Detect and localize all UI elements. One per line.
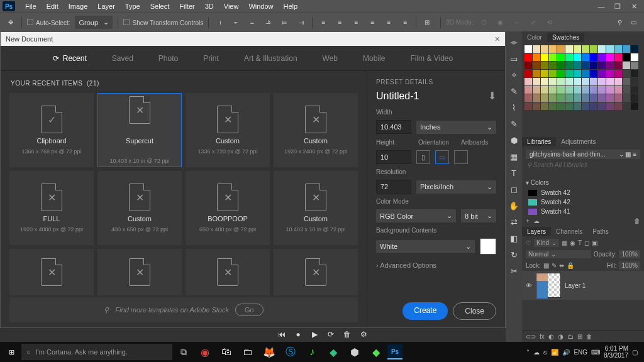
create-button[interactable]: Create: [402, 302, 448, 320]
swatch[interactable]: [541, 78, 548, 85]
cortana-search[interactable]: ○ I'm Cortana. Ask me anything.: [21, 344, 172, 360]
swatch[interactable]: [541, 70, 548, 77]
menu-edit[interactable]: Edit: [42, 3, 64, 10]
swatch[interactable]: [606, 94, 614, 102]
search-icon[interactable]: ⚲: [614, 17, 625, 28]
menu-layer[interactable]: Layer: [92, 3, 120, 10]
swatch[interactable]: [549, 45, 557, 53]
fg-bg-icon[interactable]: ◧: [508, 233, 519, 244]
preset-card[interactable]: ✕Custom1336 x 720 px @ 72 ppi: [186, 93, 270, 167]
library-dropdown[interactable]: glitchysims-basil-and-thin...⌄ ▦ ≡: [526, 150, 640, 159]
swatch[interactable]: [525, 62, 532, 69]
preset-card[interactable]: ✕FULL1920 x 4000 px @ 72 ppi: [9, 171, 94, 245]
swatch[interactable]: [557, 102, 565, 110]
swatch[interactable]: [557, 94, 565, 102]
swatches-panel[interactable]: [522, 43, 644, 136]
link-icon[interactable]: ⊂⊃: [526, 333, 536, 340]
align-icon[interactable]: ⫡: [263, 17, 274, 28]
preset-card[interactable]: ✕Supercut10.403 x 10 in @ 72 ppi: [97, 93, 182, 167]
mask-icon[interactable]: ◐: [548, 333, 554, 340]
tray-keyboard-icon[interactable]: ⌨: [591, 349, 600, 356]
preset-card[interactable]: ✕: [97, 249, 182, 295]
orientation-portrait[interactable]: ▯: [416, 150, 430, 164]
swatch[interactable]: [565, 94, 573, 102]
swatch[interactable]: [565, 45, 573, 53]
swatch[interactable]: [590, 45, 597, 53]
stamp-icon[interactable]: ⬢: [508, 134, 519, 146]
rotate-icon[interactable]: ↻: [508, 249, 519, 260]
auto-select-dropdown[interactable]: Group⌄: [75, 16, 113, 29]
tray-wifi-icon[interactable]: 📶: [551, 349, 558, 356]
menu-3d[interactable]: 3D: [200, 3, 219, 10]
swatch[interactable]: [549, 78, 557, 85]
resolution-input[interactable]: 72: [376, 180, 411, 194]
close-button[interactable]: ✕: [626, 1, 641, 11]
menu-filter[interactable]: Filter: [174, 3, 199, 10]
tab-mobile[interactable]: Mobile: [363, 54, 385, 63]
swatch[interactable]: [541, 62, 548, 69]
swatch[interactable]: [574, 53, 581, 61]
dialog-close-icon[interactable]: ×: [495, 34, 500, 44]
swatch[interactable]: [631, 86, 638, 94]
swatch[interactable]: [533, 62, 540, 69]
swatch[interactable]: [606, 70, 614, 77]
swatch[interactable]: [582, 78, 589, 85]
align-icon[interactable]: ⫟: [230, 17, 242, 28]
swatch[interactable]: [549, 102, 557, 110]
taskbar-app[interactable]: 🦊: [259, 343, 279, 361]
library-swatch[interactable]: Swatch 42: [522, 188, 644, 197]
swatch[interactable]: [590, 53, 597, 61]
swatch[interactable]: [574, 78, 581, 85]
preset-card[interactable]: ✕Clipboard1366 x 768 px @ 72 ppi: [9, 93, 94, 167]
swatch[interactable]: [614, 86, 622, 94]
3d-icon[interactable]: ↔: [511, 17, 523, 28]
swatch[interactable]: [557, 53, 565, 61]
tab-color[interactable]: Color: [522, 33, 547, 42]
swatch[interactable]: [557, 62, 565, 69]
swatch[interactable]: [574, 70, 581, 77]
swatch[interactable]: [606, 102, 614, 110]
swatch[interactable]: [533, 53, 540, 61]
swatch[interactable]: [598, 86, 606, 94]
move-tool-icon[interactable]: ✥: [5, 17, 16, 28]
add-icon[interactable]: +: [526, 217, 530, 224]
swatch[interactable]: [533, 86, 540, 94]
tab-saved[interactable]: Saved: [112, 54, 133, 63]
brush-icon[interactable]: ✎: [508, 85, 519, 97]
lasso-icon[interactable]: ⌇: [508, 102, 519, 113]
swatch[interactable]: [623, 70, 630, 77]
swatch[interactable]: [614, 53, 622, 61]
tab-art[interactable]: Art & Illustration: [244, 54, 297, 63]
swatch[interactable]: [574, 86, 581, 94]
tab-paths[interactable]: Paths: [587, 227, 614, 236]
width-unit-dropdown[interactable]: Inches⌄: [416, 121, 496, 134]
swatch[interactable]: [606, 53, 614, 61]
distribute-icon[interactable]: ≡: [334, 17, 345, 28]
swatch[interactable]: [541, 86, 548, 94]
swatch[interactable]: [590, 86, 597, 94]
advanced-toggle[interactable]: › Advanced Options: [376, 261, 496, 269]
opacity-input[interactable]: 100%: [619, 250, 640, 258]
bg-dropdown[interactable]: White⌄: [376, 240, 475, 253]
colors-header[interactable]: ▾ Colors: [522, 177, 644, 188]
swatch[interactable]: [574, 102, 581, 110]
hand-icon[interactable]: ✋: [508, 200, 519, 211]
swatch[interactable]: [598, 94, 606, 102]
swatch[interactable]: [533, 102, 540, 110]
slice-icon[interactable]: ✂: [508, 265, 519, 277]
swatch[interactable]: [606, 62, 614, 69]
align-icon[interactable]: ⫞: [214, 17, 225, 28]
artboards-checkbox[interactable]: [454, 150, 468, 164]
3d-icon[interactable]: ⟲: [544, 17, 555, 28]
swatch[interactable]: [533, 78, 540, 85]
swatch[interactable]: [606, 45, 614, 53]
swatch[interactable]: [623, 102, 630, 110]
swatch[interactable]: [582, 53, 589, 61]
tab-web[interactable]: Web: [323, 54, 338, 63]
shape-icon[interactable]: ◻: [508, 184, 519, 195]
menu-image[interactable]: Image: [64, 3, 93, 10]
minimize-button[interactable]: —: [594, 1, 609, 11]
swatch[interactable]: [549, 86, 557, 94]
preset-card[interactable]: ✕Custom400 x 650 px @ 72 ppi: [97, 171, 182, 245]
swatch[interactable]: [582, 102, 589, 110]
